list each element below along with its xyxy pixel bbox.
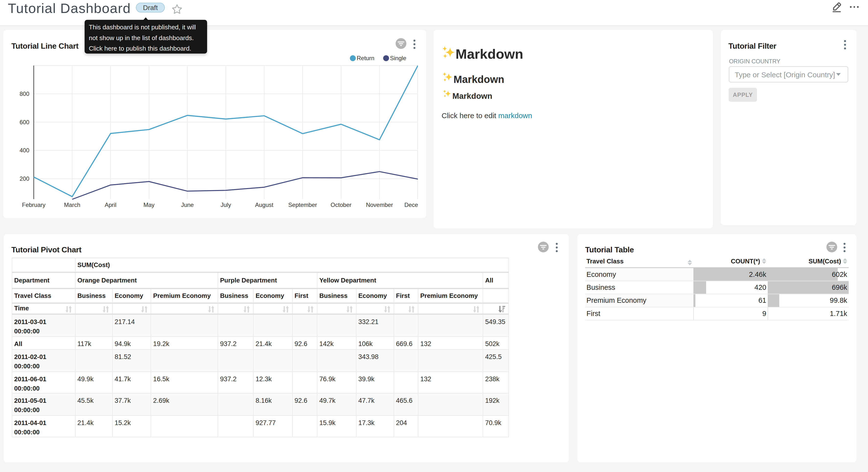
svg-text:June: June	[181, 202, 194, 208]
svg-text:September: September	[288, 202, 317, 208]
svg-text:800: 800	[20, 90, 29, 97]
svg-text:July: July	[221, 202, 231, 208]
svg-text:600: 600	[20, 119, 29, 125]
svg-text:October: October	[331, 202, 351, 208]
svg-text:December: December	[404, 202, 418, 208]
svg-text:November: November	[366, 202, 393, 208]
svg-text:200: 200	[20, 175, 29, 182]
svg-text:February: February	[22, 202, 45, 208]
svg-text:May: May	[144, 202, 155, 208]
svg-text:April: April	[105, 202, 116, 208]
svg-text:400: 400	[20, 147, 29, 154]
svg-text:March: March	[64, 202, 81, 208]
svg-text:August: August	[255, 202, 273, 208]
